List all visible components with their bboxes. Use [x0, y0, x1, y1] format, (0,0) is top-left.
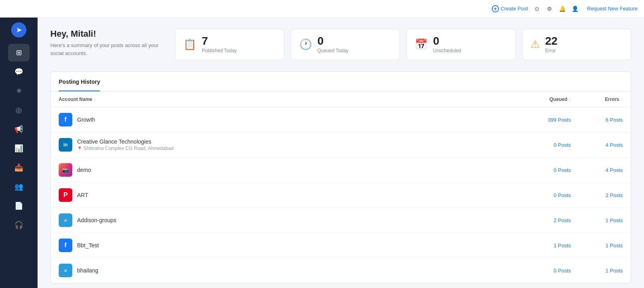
errors-cgt: 4 Posts [571, 142, 623, 148]
errors-art: 2 Posts [571, 192, 623, 198]
sidebar-item-monitor[interactable]: ◎ [8, 101, 30, 119]
error-count: 22 [545, 36, 558, 47]
published-count: 7 [202, 36, 237, 47]
account-name-art: ART [77, 192, 88, 198]
column-header-name[interactable]: Account Name ↑ [59, 97, 515, 102]
account-icon-instagram: 📷 [59, 163, 72, 177]
table-row[interactable]: 📷 demo 0 Posts 4 Posts [51, 158, 631, 183]
create-post-button[interactable]: + Create Post [492, 5, 528, 12]
account-icon-facebook-bbt: f [59, 239, 72, 252]
topbar: + Create Post ⊙ ⚙ 🔔 👤 Request New Featur… [0, 0, 644, 18]
request-feature-button[interactable]: Request New Feature [587, 6, 638, 12]
account-icon-linkedin: in [59, 138, 72, 152]
account-name-addison: Addison-groups [77, 217, 116, 223]
errors-bbt: 1 Posts [571, 243, 623, 249]
published-label: Published Today [202, 48, 237, 53]
notifications-icon[interactable]: 🔔 [559, 5, 566, 13]
queued-icon: 🕐 [299, 38, 312, 51]
table-header: Account Name ↑ Queued ↑ Errors ↓ [51, 92, 631, 107]
queued-art: 0 Posts [515, 192, 571, 198]
greeting-subtitle: Here's a summary of your posts across al… [50, 41, 162, 57]
sidebar: ➤ ⊞ 💬 ✳ ◎ 📢 📊 📥 👥 📄 🎧 [0, 18, 38, 288]
app-logo[interactable]: ➤ [11, 22, 26, 37]
row-name-growth: f Growth [59, 113, 515, 126]
errors-bhailang: 1 Posts [571, 268, 623, 274]
unscheduled-label: Unscheduled [433, 48, 461, 53]
row-name-cgt: in Creative Glance Technologies 📍 Shitir… [59, 138, 515, 152]
greeting-section: Hey, Mitali! Here's a summary of your po… [50, 29, 631, 60]
layout: ➤ ⊞ 💬 ✳ ◎ 📢 📊 📥 👥 📄 🎧 Hey, Mitali! Here'… [0, 18, 644, 288]
stat-card-queued[interactable]: 🕐 0 Queued Today [291, 29, 400, 60]
errors-addison: 1 Posts [571, 217, 623, 223]
row-name-bbt: f Bbt_Test [59, 239, 515, 252]
row-name-bhailang: ≡ bhailang [59, 264, 515, 277]
account-icon-facebook: f [59, 113, 72, 126]
posting-history-table: Account Name ↑ Queued ↑ Errors ↓ f [51, 92, 631, 283]
posting-history-section: Posting History Account Name ↑ Queued ↑ … [50, 71, 631, 284]
published-icon: 📋 [183, 38, 196, 51]
sidebar-item-support[interactable]: 🎧 [8, 216, 30, 234]
queued-bhailang: 0 Posts [515, 268, 571, 274]
greeting-title: Hey, Mitali! [50, 29, 162, 39]
error-label: Error [545, 48, 558, 53]
location-icon: 📍 [77, 146, 82, 151]
table-row[interactable]: ≡ Addison-groups 2 Posts 1 Posts [51, 208, 631, 233]
sidebar-item-reports[interactable]: 📄 [8, 197, 30, 215]
account-name-cgt: Creative Glance Technologies [77, 138, 173, 145]
table-row[interactable]: P ART 0 Posts 2 Posts [51, 183, 631, 208]
queued-cgt: 0 Posts [515, 142, 571, 148]
sidebar-item-analytics[interactable]: 📊 [8, 140, 30, 157]
create-post-icon: + [492, 5, 499, 12]
account-icon-pinterest: P [59, 188, 72, 202]
account-icon-groups-bhailang: ≡ [59, 264, 72, 277]
column-header-errors[interactable]: Errors ↓ [571, 97, 623, 102]
account-name-bhailang: bhailang [77, 267, 98, 274]
main-content: Hey, Mitali! Here's a summary of your po… [38, 18, 644, 288]
column-header-queued[interactable]: Queued ↑ [515, 97, 571, 102]
sidebar-item-team[interactable]: 👥 [8, 178, 30, 195]
errors-sort-icon: ↓ [621, 97, 623, 102]
stat-card-unscheduled[interactable]: 📅 0 Unscheduled [406, 29, 516, 60]
posting-history-header: Posting History [51, 72, 631, 92]
queued-bbt: 1 Posts [515, 243, 571, 249]
account-name-growth: Growth [77, 116, 95, 123]
account-sub-cgt: 📍 Shitiratna Complex CG Road, Ahmedabad [77, 146, 173, 151]
posting-history-tab[interactable]: Posting History [59, 79, 100, 91]
queued-addison: 2 Posts [515, 217, 571, 223]
row-name-art: P ART [59, 188, 515, 202]
error-icon: ⚠ [531, 38, 540, 51]
table-row[interactable]: f Growth 399 Posts 6 Posts [51, 107, 631, 132]
errors-demo: 4 Posts [571, 167, 623, 173]
sidebar-item-messages[interactable]: 💬 [8, 63, 30, 81]
name-sort-icon: ↑ [94, 97, 96, 102]
table-row[interactable]: ≡ bhailang 0 Posts 1 Posts [51, 258, 631, 283]
errors-growth: 6 Posts [571, 117, 623, 123]
unscheduled-icon: 📅 [415, 38, 427, 51]
account-icon-groups: ≡ [59, 213, 72, 227]
row-name-addison: ≡ Addison-groups [59, 213, 515, 227]
account-name-bbt: Bbt_Test [77, 242, 99, 249]
queued-label: Queued Today [318, 48, 349, 53]
table-row[interactable]: in Creative Glance Technologies 📍 Shitir… [51, 132, 631, 158]
sidebar-item-campaigns[interactable]: 📢 [8, 120, 30, 138]
stats-cards: 📋 7 Published Today 🕐 0 Queued Today [175, 29, 631, 60]
queued-demo: 0 Posts [515, 167, 571, 173]
queued-count: 0 [318, 36, 349, 47]
row-name-demo: 📷 demo [59, 163, 515, 177]
sidebar-item-hub[interactable]: ✳ [8, 82, 30, 100]
options-icon[interactable]: ⊙ [533, 5, 541, 13]
user-icon[interactable]: 👤 [571, 5, 579, 13]
table-row[interactable]: f Bbt_Test 1 Posts 1 Posts [51, 233, 631, 258]
unscheduled-count: 0 [433, 36, 461, 47]
stat-card-error[interactable]: ⚠ 22 Error [522, 29, 632, 60]
sidebar-item-dashboard[interactable]: ⊞ [8, 44, 30, 61]
greeting-text: Hey, Mitali! Here's a summary of your po… [50, 29, 162, 57]
sidebar-item-inbox[interactable]: 📥 [8, 159, 30, 176]
settings-icon[interactable]: ⚙ [546, 5, 554, 13]
stat-card-published[interactable]: 📋 7 Published Today [175, 29, 284, 60]
account-name-demo: demo [77, 167, 91, 173]
queued-growth: 399 Posts [515, 117, 571, 123]
